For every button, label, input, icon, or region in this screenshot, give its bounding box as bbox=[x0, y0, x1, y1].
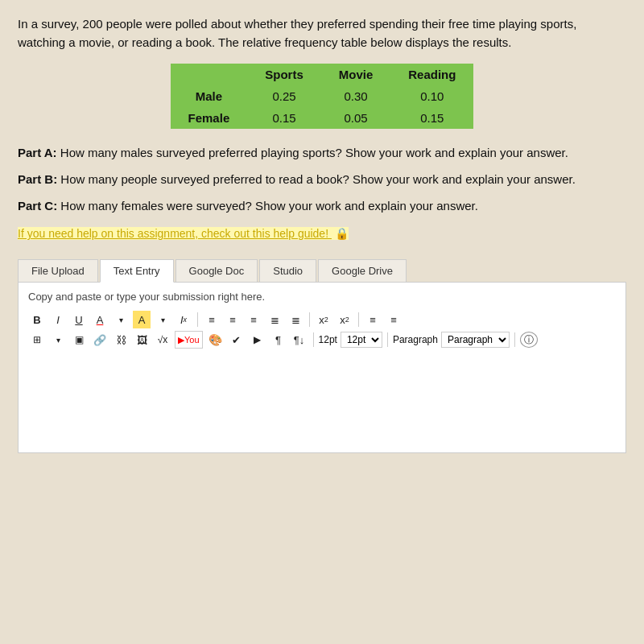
toolbar-separator-5 bbox=[387, 332, 388, 347]
part-a-text: How many males surveyed preferred playin… bbox=[57, 146, 568, 159]
part-c-text: How many females were surveyed? Show you… bbox=[57, 199, 478, 213]
part-a-label: Part A: bbox=[18, 146, 57, 159]
parts-section: Part A: How many males surveyed preferre… bbox=[18, 143, 626, 216]
tab-text-entry[interactable]: Text Entry bbox=[100, 259, 174, 283]
cell-female-reading: 0.15 bbox=[390, 107, 473, 129]
underline-button[interactable]: U bbox=[70, 311, 88, 328]
subscript-button[interactable]: x2 bbox=[336, 311, 353, 328]
superscript-button[interactable]: x2 bbox=[315, 311, 332, 328]
sqrt-button[interactable]: √x bbox=[154, 331, 171, 349]
toolbar-separator-4 bbox=[313, 332, 314, 347]
color-button[interactable]: 🎨 bbox=[206, 331, 225, 349]
frequency-table: Sports Movie Reading Male 0.25 0.30 0.10… bbox=[171, 64, 474, 129]
toolbar-separator-1 bbox=[197, 312, 198, 327]
cell-female-sports: 0.15 bbox=[247, 107, 321, 129]
tab-studio[interactable]: Studio bbox=[259, 259, 316, 282]
cell-male-movie: 0.30 bbox=[321, 85, 391, 107]
list-unordered-button[interactable]: ≡ bbox=[364, 311, 382, 328]
check-button[interactable]: ✔ bbox=[228, 331, 246, 349]
cell-female-movie: 0.05 bbox=[321, 107, 391, 129]
font-size-label: 12pt bbox=[319, 334, 337, 345]
highlight-arrow[interactable]: ▾ bbox=[154, 311, 171, 328]
indent-button[interactable]: ≣ bbox=[266, 311, 283, 328]
row-label-female: Female bbox=[171, 107, 248, 129]
toolbar-separator-2 bbox=[309, 312, 310, 327]
help-link-text: If you need help on this assignment, che… bbox=[18, 227, 328, 240]
youtube-button[interactable]: ▶You bbox=[175, 331, 203, 349]
editor-container: Copy and paste or type your submission r… bbox=[18, 283, 626, 453]
clear-format-button[interactable]: Ix bbox=[175, 311, 192, 328]
cell-male-reading: 0.10 bbox=[390, 85, 473, 107]
part-a: Part A: How many males surveyed preferre… bbox=[18, 143, 626, 162]
col-header-movie: Movie bbox=[321, 64, 391, 85]
tab-google-doc[interactable]: Google Doc bbox=[175, 259, 258, 282]
part-b-label: Part B: bbox=[18, 172, 57, 186]
col-header-empty bbox=[171, 64, 248, 85]
part-b: Part B: How many people surveyed preferr… bbox=[18, 170, 626, 188]
help-section: If you need help on this assignment, che… bbox=[18, 226, 626, 250]
tabs-container: File Upload Text Entry Google Doc Studio… bbox=[18, 259, 626, 283]
font-color-button[interactable]: A bbox=[91, 311, 109, 328]
row-label-male: Male bbox=[171, 85, 248, 107]
pilcrow-down-button[interactable]: ¶↓ bbox=[291, 331, 308, 349]
intro-text: In a survey, 200 people were polled abou… bbox=[18, 14, 626, 52]
part-b-text: How many people surveyed preferred to re… bbox=[57, 172, 576, 186]
font-color-arrow[interactable]: ▾ bbox=[112, 311, 130, 328]
font-size-select[interactable]: 12pt 10pt 14pt 18pt bbox=[341, 332, 382, 348]
outdent-button[interactable]: ≣ bbox=[287, 311, 304, 328]
italic-button[interactable]: I bbox=[49, 311, 67, 328]
part-c: Part C: How many females were surveyed? … bbox=[18, 196, 626, 215]
cell-male-sports: 0.25 bbox=[247, 85, 321, 107]
help-link[interactable]: If you need help on this assignment, che… bbox=[18, 227, 349, 240]
align-center-button[interactable]: ≡ bbox=[224, 311, 242, 328]
paragraph-label: Paragraph bbox=[393, 334, 438, 345]
toolbar-separator-6 bbox=[514, 332, 515, 347]
tab-file-upload[interactable]: File Upload bbox=[18, 259, 98, 282]
tab-google-drive[interactable]: Google Drive bbox=[318, 259, 407, 282]
table-row-female: Female 0.15 0.05 0.15 bbox=[171, 107, 474, 129]
align-right-button[interactable]: ≡ bbox=[245, 311, 262, 328]
image-button[interactable]: 🖼 bbox=[133, 331, 151, 349]
paragraph-select[interactable]: Paragraph Heading 1 Heading 2 bbox=[441, 332, 510, 348]
accessibility-button[interactable]: ⓘ bbox=[520, 332, 538, 348]
bold-button[interactable]: B bbox=[28, 311, 46, 328]
col-header-sports: Sports bbox=[247, 64, 321, 85]
media-button[interactable]: ▣ bbox=[70, 331, 88, 349]
toolbar-separator-3 bbox=[358, 312, 359, 327]
video-button[interactable]: ▶ bbox=[249, 331, 266, 349]
toolbar-row-2: ⊞ ▾ ▣ 🔗 ⛓ 🖼 √x ▶You 🎨 ✔ ▶ ¶ ¶↓ 12pt 12pt… bbox=[28, 331, 616, 349]
lock-icon: 🔒 bbox=[335, 227, 349, 240]
editor-textarea[interactable] bbox=[28, 353, 616, 442]
pilcrow-button[interactable]: ¶ bbox=[270, 331, 287, 349]
table-row-male: Male 0.25 0.30 0.10 bbox=[171, 85, 474, 107]
editor-hint: Copy and paste or type your submission r… bbox=[28, 291, 616, 303]
table-wrapper: Sports Movie Reading Male 0.25 0.30 0.10… bbox=[18, 64, 626, 129]
part-c-label: Part C: bbox=[18, 199, 57, 213]
align-left-button[interactable]: ≡ bbox=[203, 311, 221, 328]
link-button[interactable]: 🔗 bbox=[91, 331, 109, 349]
table-button[interactable]: ⊞ bbox=[28, 331, 46, 349]
highlight-button[interactable]: A bbox=[133, 311, 151, 328]
unlink-button[interactable]: ⛓ bbox=[112, 331, 130, 349]
table-arrow[interactable]: ▾ bbox=[49, 331, 67, 349]
editor-toolbar: B I U A ▾ A ▾ Ix ≡ ≡ ≡ ≣ ≣ x2 x2 ≡ ≡ ⊞ ▾… bbox=[28, 311, 616, 349]
list-ordered-button[interactable]: ≡ bbox=[385, 311, 402, 328]
col-header-reading: Reading bbox=[390, 64, 473, 85]
toolbar-row-1: B I U A ▾ A ▾ Ix ≡ ≡ ≡ ≣ ≣ x2 x2 ≡ ≡ bbox=[28, 311, 616, 328]
